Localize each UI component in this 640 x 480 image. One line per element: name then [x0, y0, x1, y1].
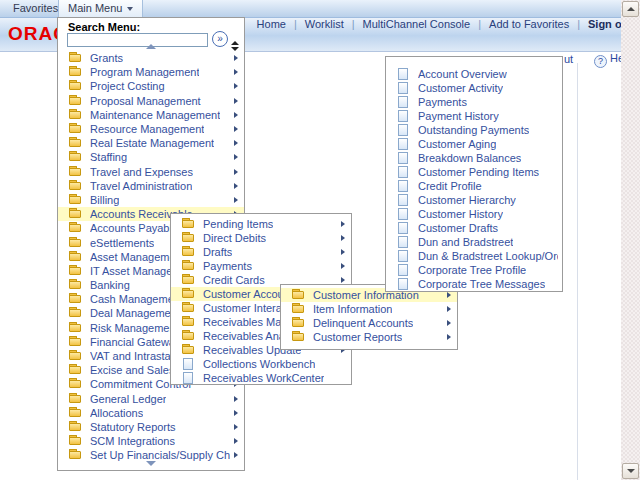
scrollbar-up-icon[interactable]: [622, 1, 639, 17]
menu-scroll-down-icon[interactable]: [146, 461, 156, 466]
menu-item-travel-and-expenses[interactable]: Travel and Expenses: [58, 165, 244, 179]
menu-item-customer-hierarchy[interactable]: Customer Hierarchy: [386, 193, 562, 207]
folder-icon: [292, 289, 305, 301]
vertical-scrollbar[interactable]: [621, 0, 640, 480]
folder-icon: [69, 421, 82, 433]
menu-item-project-costing[interactable]: Project Costing: [58, 79, 244, 93]
submenu-arrow-icon: [341, 277, 345, 283]
menu-item-corporate-tree-messages[interactable]: Corporate Tree Messages: [386, 277, 562, 291]
customer-information-items: Account OverviewCustomer ActivityPayment…: [386, 67, 562, 291]
menu-item-resource-management[interactable]: Resource Management: [58, 122, 244, 136]
menu-item-dun-bradstreet-lookup-order[interactable]: Dun & Bradstreet Lookup/Order: [386, 249, 562, 263]
submenu-arrow-icon: [341, 263, 345, 269]
menu-item-payments[interactable]: Payments: [386, 95, 562, 109]
menu-item-label: Payments: [418, 96, 467, 108]
menu-item-statutory-reports[interactable]: Statutory Reports: [58, 420, 244, 434]
menu-item-account-overview[interactable]: Account Overview: [386, 67, 562, 81]
menu-item-customer-history[interactable]: Customer History: [386, 207, 562, 221]
menu-item-credit-profile[interactable]: Credit Profile: [386, 179, 562, 193]
page-icon: [397, 264, 410, 276]
search-menu-input[interactable]: [67, 33, 208, 47]
menu-item-direct-debits[interactable]: Direct Debits: [171, 231, 351, 245]
page-icon: [182, 372, 195, 384]
menu-item-label: Drafts: [203, 246, 232, 258]
menu-item-label: eSettlements: [90, 237, 154, 249]
menu-item-general-ledger[interactable]: General Ledger: [58, 392, 244, 406]
submenu-arrow-icon: [447, 306, 451, 312]
folder-icon: [69, 180, 82, 192]
menu-item-allocations[interactable]: Allocations: [58, 406, 244, 420]
menu-item-label: Customer Reports: [313, 331, 402, 343]
menu-item-customer-aging[interactable]: Customer Aging: [386, 137, 562, 151]
menu-item-label: Corporate Tree Profile: [418, 264, 526, 276]
menu-item-drafts[interactable]: Drafts: [171, 245, 351, 259]
menu-item-collections-workbench[interactable]: Collections Workbench: [171, 357, 351, 371]
menu-item-item-information[interactable]: Item Information: [281, 302, 457, 316]
menu-item-corporate-tree-profile[interactable]: Corporate Tree Profile: [386, 263, 562, 277]
menu-item-breakdown-balances[interactable]: Breakdown Balances: [386, 151, 562, 165]
nav-multichannel-console[interactable]: MultiChannel Console: [359, 18, 475, 30]
folder-icon: [69, 293, 82, 305]
favorites-label: Favorites: [13, 2, 58, 14]
folder-icon: [69, 222, 82, 234]
menu-item-label: Financial Gateway: [90, 336, 181, 348]
menu-item-label: Dun & Bradstreet Lookup/Order: [418, 250, 558, 262]
menu-item-label: Credit Profile: [418, 180, 482, 192]
menu-scroll-up-icon[interactable]: [146, 44, 156, 49]
menu-item-customer-pending-items[interactable]: Customer Pending Items: [386, 165, 562, 179]
menu-item-travel-administration[interactable]: Travel Administration: [58, 179, 244, 193]
menu-item-payment-history[interactable]: Payment History: [386, 109, 562, 123]
search-submit-icon[interactable]: »: [212, 31, 228, 47]
page-icon: [397, 194, 410, 206]
submenu-arrow-icon: [234, 197, 238, 203]
menu-item-payments[interactable]: Payments: [171, 259, 351, 273]
page-icon: [397, 110, 410, 122]
application-window: Favorites Main Menu ORACLE Home|Worklist…: [0, 0, 640, 480]
folder-icon: [69, 123, 82, 135]
menu-item-label: Travel and Expenses: [90, 166, 193, 178]
search-menu-label: Search Menu:: [68, 21, 140, 33]
menu-item-label: Dun and Bradstreet: [418, 236, 513, 248]
folder-icon: [69, 307, 82, 319]
folder-icon: [69, 237, 82, 249]
menu-item-receivables-workcenter[interactable]: Receivables WorkCenter: [171, 371, 351, 385]
nav-home[interactable]: Home: [253, 18, 290, 30]
menu-item-label: Travel Administration: [90, 180, 192, 192]
menu-item-dun-and-bradstreet[interactable]: Dun and Bradstreet: [386, 235, 562, 249]
folder-icon: [182, 288, 195, 300]
menu-resize-handle-icon[interactable]: [231, 41, 239, 51]
folder-icon: [69, 393, 82, 405]
folder-icon: [69, 194, 82, 206]
folder-icon: [182, 218, 195, 230]
main-menu-button[interactable]: Main Menu: [58, 0, 143, 17]
folder-icon: [69, 95, 82, 107]
menu-item-real-estate-management[interactable]: Real Estate Management: [58, 136, 244, 150]
menu-item-label: Item Information: [313, 303, 392, 315]
page-icon: [182, 358, 195, 370]
header-nav: Home|Worklist|MultiChannel Console|Add t…: [253, 17, 636, 32]
scrollbar-down-icon[interactable]: [622, 463, 639, 479]
menu-item-maintenance-management[interactable]: Maintenance Management: [58, 108, 244, 122]
menu-item-customer-reports[interactable]: Customer Reports: [281, 330, 457, 344]
menu-item-program-management[interactable]: Program Management: [58, 65, 244, 79]
menu-item-delinquent-accounts[interactable]: Delinquent Accounts: [281, 316, 457, 330]
menu-item-proposal-management[interactable]: Proposal Management: [58, 94, 244, 108]
menu-item-billing[interactable]: Billing: [58, 193, 244, 207]
menu-item-staffing[interactable]: Staffing: [58, 150, 244, 164]
nav-add-to-favorites[interactable]: Add to Favorites: [485, 18, 573, 30]
menu-item-label: Customer History: [418, 208, 503, 220]
nav-worklist[interactable]: Worklist: [301, 18, 348, 30]
folder-icon: [182, 330, 195, 342]
layout-link-fragment[interactable]: ut: [564, 53, 573, 65]
menu-item-scm-integrations[interactable]: SCM Integrations: [58, 434, 244, 448]
folder-icon: [182, 316, 195, 328]
menu-item-customer-drafts[interactable]: Customer Drafts: [386, 221, 562, 235]
page-icon: [397, 124, 410, 136]
menu-item-label: Credit Cards: [203, 274, 265, 286]
nav-separator: |: [474, 18, 485, 30]
menu-item-label: Customer Pending Items: [418, 166, 539, 178]
menu-item-outstanding-payments[interactable]: Outstanding Payments: [386, 123, 562, 137]
menu-item-grants[interactable]: Grants: [58, 51, 244, 65]
menu-item-customer-activity[interactable]: Customer Activity: [386, 81, 562, 95]
menu-item-pending-items[interactable]: Pending Items: [171, 217, 351, 231]
